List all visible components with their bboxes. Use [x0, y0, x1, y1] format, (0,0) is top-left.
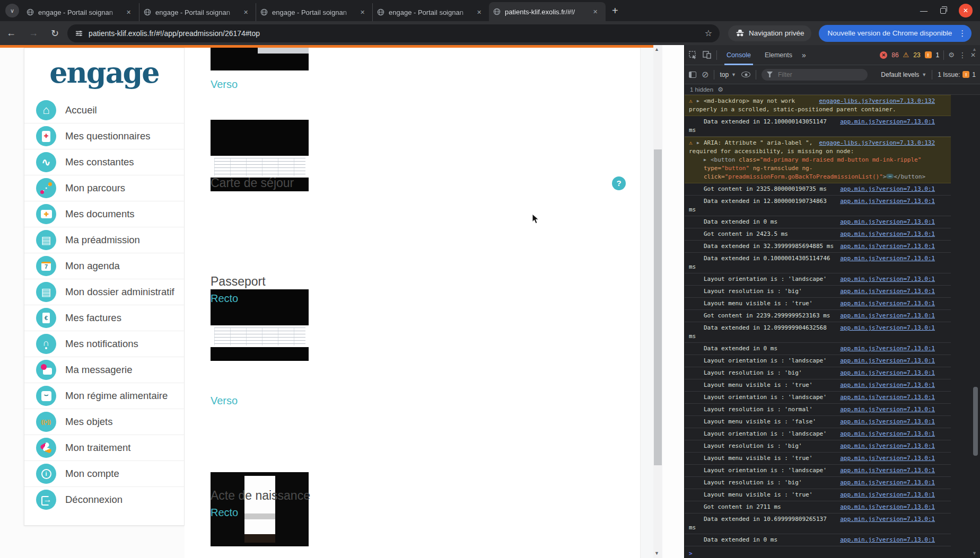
source-link[interactable]: app.min.js?version=7.13.0:1 [840, 324, 935, 332]
source-link[interactable]: app.min.js?version=7.13.0:1 [840, 357, 935, 365]
source-link[interactable]: app.min.js?version=7.13.0:1 [840, 344, 935, 353]
url-text[interactable]: patients-klif.exolis.fr/#!/app/preadmiss… [89, 29, 705, 38]
devtools-scrollbar-thumb[interactable] [973, 387, 978, 456]
devtools-tab-console[interactable]: Console [722, 45, 755, 65]
forward-button[interactable]: → [22, 28, 45, 39]
device-toolbar-icon[interactable] [703, 51, 711, 59]
kebab-menu-icon[interactable]: ⋮ [959, 51, 966, 59]
devtools-tab-elements[interactable]: Elements [760, 45, 797, 65]
sidebar-item[interactable]: ∩ Mes notifications [24, 331, 184, 357]
issues-count[interactable]: 1 [936, 51, 940, 59]
sidebar-item[interactable]: ✚ Mes questionnaires [24, 123, 184, 149]
source-link[interactable]: app.min.js?version=7.13.0:1 [840, 197, 935, 206]
browser-tab[interactable]: engage - Portail soignan ✕ [139, 3, 256, 21]
sidebar-item[interactable]: ▤ Ma préadmission [24, 227, 184, 253]
source-link[interactable]: app.min.js?version=7.13.0:1 [840, 242, 935, 251]
document-link-verso[interactable]: Verso [211, 78, 238, 91]
gear-icon[interactable]: ⚙ [948, 51, 955, 59]
close-devtools-icon[interactable]: ✕ [970, 51, 976, 59]
source-link[interactable]: app.min.js?version=7.13.0:1 [840, 442, 935, 450]
minimize-button[interactable]: — [920, 6, 928, 15]
sidebar-item[interactable]: → Déconnexion [24, 486, 184, 512]
context-selector[interactable]: top▼ [720, 71, 736, 78]
source-link[interactable]: app.min.js?version=7.13.0:1 [840, 254, 935, 263]
expand-caret-icon[interactable]: ▶ [697, 97, 704, 105]
filter-input-wrap[interactable] [762, 69, 868, 81]
source-link[interactable]: app.min.js?version=7.13.0:1 [840, 515, 935, 524]
source-link[interactable]: engage-libs.js?version=7.13.0:132 [819, 139, 935, 147]
console-log-area[interactable]: engage-libs.js?version=7.13.0:132 ⚠▶<md-… [685, 95, 980, 558]
sidebar-item[interactable]: ⌣ Mon régime alimentaire [24, 383, 184, 409]
sidebar-item[interactable]: ((•)) Mes objets [24, 409, 184, 435]
address-bar[interactable]: patients-klif.exolis.fr/#!/app/preadmiss… [67, 24, 720, 42]
source-link[interactable]: app.min.js?version=7.13.0:1 [840, 287, 935, 296]
source-link[interactable]: app.min.js?version=7.13.0:1 [840, 454, 935, 463]
document-thumbnail[interactable] [211, 48, 309, 70]
sidebar-item[interactable]: ⌂ Accueil [24, 97, 184, 123]
filter-input[interactable] [777, 70, 851, 79]
source-link[interactable]: app.min.js?version=7.13.0:1 [840, 466, 935, 475]
source-link[interactable]: app.min.js?version=7.13.0:1 [840, 185, 935, 193]
console-sidebar-icon[interactable] [689, 72, 696, 78]
source-link[interactable]: app.min.js?version=7.13.0:1 [840, 503, 935, 511]
sidebar-item[interactable]: ✚ Mes documents [24, 201, 184, 227]
kebab-menu-icon[interactable]: ⋮ [956, 29, 968, 38]
document-link-verso[interactable]: Verso [211, 395, 238, 407]
sidebar-item[interactable]: 7 Mon agenda [24, 253, 184, 279]
close-window-button[interactable]: ✕ [959, 4, 973, 17]
scroll-up-icon[interactable]: ▲ [654, 47, 659, 52]
warning-count[interactable]: 23 [913, 51, 920, 59]
gear-icon[interactable]: ⚙ [718, 86, 723, 93]
source-link[interactable]: app.min.js?version=7.13.0:1 [840, 312, 935, 320]
more-tabs-icon[interactable]: » [802, 51, 805, 59]
error-count[interactable]: 86 [891, 51, 898, 59]
tab-close-icon[interactable]: ✕ [593, 8, 598, 15]
source-link[interactable]: app.min.js?version=7.13.0:1 [840, 430, 935, 438]
tab-search-button[interactable]: ∨ [5, 4, 19, 17]
restore-button[interactable] [940, 8, 946, 14]
source-link[interactable]: engage-libs.js?version=7.13.0:132 [819, 97, 935, 105]
live-expression-icon[interactable] [741, 72, 750, 77]
browser-tab[interactable]: engage - Portail soignan ✕ [256, 3, 372, 21]
tab-close-icon[interactable]: ✕ [126, 9, 131, 16]
inspect-element-icon[interactable] [689, 51, 697, 59]
source-link[interactable]: app.min.js?version=7.13.0:1 [840, 381, 935, 389]
back-button[interactable]: ← [0, 28, 22, 39]
chrome-update-button[interactable]: Nouvelle version de Chrome disponible ⋮ [819, 25, 972, 42]
sidebar-item[interactable]: ⋰ Mon parcours [24, 175, 184, 201]
expand-caret-icon[interactable]: ▶ [697, 139, 704, 147]
new-tab-button[interactable]: + [606, 1, 625, 21]
source-link[interactable]: app.min.js?version=7.13.0:1 [840, 218, 935, 226]
tab-close-icon[interactable]: ✕ [360, 9, 365, 16]
source-link[interactable]: app.min.js?version=7.13.0:1 [840, 418, 935, 426]
clear-console-icon[interactable]: ⊘ [702, 69, 708, 79]
document-link-recto[interactable]: Recto [211, 507, 238, 519]
collapsed-content-ellipsis[interactable]: ⋯ [886, 174, 894, 179]
browser-tab[interactable]: patients-klif.exolis.fr/#!/ ✕ [489, 2, 606, 21]
sidebar-item[interactable]: Mon traitement [24, 435, 184, 460]
sidebar-item[interactable]: € Mes factures [24, 305, 184, 331]
page-scrollbar-thumb[interactable] [654, 149, 662, 465]
bookmark-star-icon[interactable]: ☆ [705, 28, 712, 38]
source-link[interactable]: app.min.js?version=7.13.0:1 [840, 491, 935, 499]
scroll-down-icon[interactable]: ▼ [972, 551, 977, 556]
browser-tab[interactable]: engage - Portail soignan ✕ [372, 3, 489, 21]
source-link[interactable]: app.min.js?version=7.13.0:1 [840, 393, 935, 402]
tab-close-icon[interactable]: ✕ [477, 9, 482, 16]
source-link[interactable]: app.min.js?version=7.13.0:1 [840, 275, 935, 284]
document-link-recto[interactable]: Recto [211, 293, 238, 305]
log-levels-selector[interactable]: Default levels▼ [881, 71, 926, 78]
console-prompt[interactable]: > [685, 546, 980, 558]
sidebar-item[interactable]: Ma messagerie [24, 357, 184, 383]
browser-tab[interactable]: engage - Portail soignan ✕ [22, 3, 139, 21]
tab-close-icon[interactable]: ✕ [243, 9, 248, 16]
source-link[interactable]: app.min.js?version=7.13.0:1 [840, 230, 935, 238]
source-link[interactable]: app.min.js?version=7.13.0:1 [840, 118, 935, 126]
scroll-up-icon[interactable]: ▲ [972, 47, 977, 52]
source-link[interactable]: app.min.js?version=7.13.0:1 [840, 479, 935, 487]
sidebar-item[interactable]: ▤ Mon dossier administratif [24, 279, 184, 305]
source-link[interactable]: app.min.js?version=7.13.0:1 [840, 299, 935, 308]
site-settings-icon[interactable] [75, 29, 83, 38]
scroll-down-icon[interactable]: ▼ [654, 551, 659, 556]
expand-caret-icon[interactable]: ▶ [704, 156, 711, 164]
